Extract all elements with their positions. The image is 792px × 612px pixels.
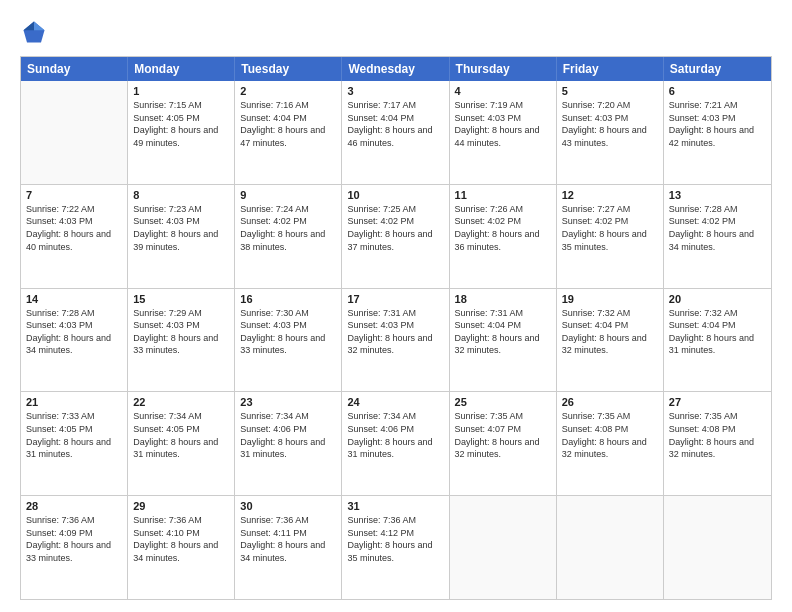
day-cell-8: 8Sunrise: 7:23 AMSunset: 4:03 PMDaylight… bbox=[128, 185, 235, 288]
header-day-friday: Friday bbox=[557, 57, 664, 81]
cell-info: Sunrise: 7:27 AMSunset: 4:02 PMDaylight:… bbox=[562, 203, 658, 253]
cell-info: Sunrise: 7:36 AMSunset: 4:11 PMDaylight:… bbox=[240, 514, 336, 564]
page: SundayMondayTuesdayWednesdayThursdayFrid… bbox=[0, 0, 792, 612]
day-number: 16 bbox=[240, 293, 336, 305]
day-cell-11: 11Sunrise: 7:26 AMSunset: 4:02 PMDayligh… bbox=[450, 185, 557, 288]
day-cell-13: 13Sunrise: 7:28 AMSunset: 4:02 PMDayligh… bbox=[664, 185, 771, 288]
day-cell-20: 20Sunrise: 7:32 AMSunset: 4:04 PMDayligh… bbox=[664, 289, 771, 392]
day-cell-4: 4Sunrise: 7:19 AMSunset: 4:03 PMDaylight… bbox=[450, 81, 557, 184]
day-number: 5 bbox=[562, 85, 658, 97]
cell-info: Sunrise: 7:32 AMSunset: 4:04 PMDaylight:… bbox=[562, 307, 658, 357]
day-number: 13 bbox=[669, 189, 766, 201]
day-number: 21 bbox=[26, 396, 122, 408]
day-cell-10: 10Sunrise: 7:25 AMSunset: 4:02 PMDayligh… bbox=[342, 185, 449, 288]
day-cell-16: 16Sunrise: 7:30 AMSunset: 4:03 PMDayligh… bbox=[235, 289, 342, 392]
cell-info: Sunrise: 7:36 AMSunset: 4:10 PMDaylight:… bbox=[133, 514, 229, 564]
cell-info: Sunrise: 7:24 AMSunset: 4:02 PMDaylight:… bbox=[240, 203, 336, 253]
day-cell-6: 6Sunrise: 7:21 AMSunset: 4:03 PMDaylight… bbox=[664, 81, 771, 184]
cell-info: Sunrise: 7:28 AMSunset: 4:03 PMDaylight:… bbox=[26, 307, 122, 357]
header-day-sunday: Sunday bbox=[21, 57, 128, 81]
header bbox=[20, 18, 772, 46]
day-cell-9: 9Sunrise: 7:24 AMSunset: 4:02 PMDaylight… bbox=[235, 185, 342, 288]
cell-info: Sunrise: 7:21 AMSunset: 4:03 PMDaylight:… bbox=[669, 99, 766, 149]
day-cell-23: 23Sunrise: 7:34 AMSunset: 4:06 PMDayligh… bbox=[235, 392, 342, 495]
header-day-thursday: Thursday bbox=[450, 57, 557, 81]
day-number: 1 bbox=[133, 85, 229, 97]
empty-cell bbox=[21, 81, 128, 184]
cell-info: Sunrise: 7:34 AMSunset: 4:06 PMDaylight:… bbox=[347, 410, 443, 460]
day-number: 3 bbox=[347, 85, 443, 97]
header-day-tuesday: Tuesday bbox=[235, 57, 342, 81]
day-number: 9 bbox=[240, 189, 336, 201]
day-number: 7 bbox=[26, 189, 122, 201]
cell-info: Sunrise: 7:34 AMSunset: 4:06 PMDaylight:… bbox=[240, 410, 336, 460]
header-day-monday: Monday bbox=[128, 57, 235, 81]
day-number: 25 bbox=[455, 396, 551, 408]
day-cell-15: 15Sunrise: 7:29 AMSunset: 4:03 PMDayligh… bbox=[128, 289, 235, 392]
calendar-row-4: 21Sunrise: 7:33 AMSunset: 4:05 PMDayligh… bbox=[21, 391, 771, 495]
day-number: 23 bbox=[240, 396, 336, 408]
header-day-saturday: Saturday bbox=[664, 57, 771, 81]
cell-info: Sunrise: 7:28 AMSunset: 4:02 PMDaylight:… bbox=[669, 203, 766, 253]
cell-info: Sunrise: 7:31 AMSunset: 4:04 PMDaylight:… bbox=[455, 307, 551, 357]
day-number: 20 bbox=[669, 293, 766, 305]
cell-info: Sunrise: 7:29 AMSunset: 4:03 PMDaylight:… bbox=[133, 307, 229, 357]
cell-info: Sunrise: 7:31 AMSunset: 4:03 PMDaylight:… bbox=[347, 307, 443, 357]
calendar-row-1: 1Sunrise: 7:15 AMSunset: 4:05 PMDaylight… bbox=[21, 81, 771, 184]
cell-info: Sunrise: 7:36 AMSunset: 4:09 PMDaylight:… bbox=[26, 514, 122, 564]
day-cell-2: 2Sunrise: 7:16 AMSunset: 4:04 PMDaylight… bbox=[235, 81, 342, 184]
svg-marker-2 bbox=[24, 22, 35, 31]
day-cell-7: 7Sunrise: 7:22 AMSunset: 4:03 PMDaylight… bbox=[21, 185, 128, 288]
day-number: 26 bbox=[562, 396, 658, 408]
day-number: 30 bbox=[240, 500, 336, 512]
day-cell-19: 19Sunrise: 7:32 AMSunset: 4:04 PMDayligh… bbox=[557, 289, 664, 392]
day-number: 12 bbox=[562, 189, 658, 201]
day-number: 6 bbox=[669, 85, 766, 97]
day-number: 15 bbox=[133, 293, 229, 305]
cell-info: Sunrise: 7:32 AMSunset: 4:04 PMDaylight:… bbox=[669, 307, 766, 357]
cell-info: Sunrise: 7:25 AMSunset: 4:02 PMDaylight:… bbox=[347, 203, 443, 253]
cell-info: Sunrise: 7:22 AMSunset: 4:03 PMDaylight:… bbox=[26, 203, 122, 253]
cell-info: Sunrise: 7:34 AMSunset: 4:05 PMDaylight:… bbox=[133, 410, 229, 460]
day-cell-24: 24Sunrise: 7:34 AMSunset: 4:06 PMDayligh… bbox=[342, 392, 449, 495]
day-cell-1: 1Sunrise: 7:15 AMSunset: 4:05 PMDaylight… bbox=[128, 81, 235, 184]
day-number: 28 bbox=[26, 500, 122, 512]
day-number: 22 bbox=[133, 396, 229, 408]
day-number: 4 bbox=[455, 85, 551, 97]
day-number: 31 bbox=[347, 500, 443, 512]
day-number: 11 bbox=[455, 189, 551, 201]
day-cell-14: 14Sunrise: 7:28 AMSunset: 4:03 PMDayligh… bbox=[21, 289, 128, 392]
day-cell-31: 31Sunrise: 7:36 AMSunset: 4:12 PMDayligh… bbox=[342, 496, 449, 599]
day-number: 2 bbox=[240, 85, 336, 97]
day-cell-5: 5Sunrise: 7:20 AMSunset: 4:03 PMDaylight… bbox=[557, 81, 664, 184]
calendar-row-2: 7Sunrise: 7:22 AMSunset: 4:03 PMDaylight… bbox=[21, 184, 771, 288]
logo bbox=[20, 18, 52, 46]
cell-info: Sunrise: 7:20 AMSunset: 4:03 PMDaylight:… bbox=[562, 99, 658, 149]
day-cell-17: 17Sunrise: 7:31 AMSunset: 4:03 PMDayligh… bbox=[342, 289, 449, 392]
calendar: SundayMondayTuesdayWednesdayThursdayFrid… bbox=[20, 56, 772, 600]
day-number: 27 bbox=[669, 396, 766, 408]
cell-info: Sunrise: 7:19 AMSunset: 4:03 PMDaylight:… bbox=[455, 99, 551, 149]
cell-info: Sunrise: 7:36 AMSunset: 4:12 PMDaylight:… bbox=[347, 514, 443, 564]
day-number: 19 bbox=[562, 293, 658, 305]
day-cell-26: 26Sunrise: 7:35 AMSunset: 4:08 PMDayligh… bbox=[557, 392, 664, 495]
day-cell-25: 25Sunrise: 7:35 AMSunset: 4:07 PMDayligh… bbox=[450, 392, 557, 495]
day-cell-22: 22Sunrise: 7:34 AMSunset: 4:05 PMDayligh… bbox=[128, 392, 235, 495]
cell-info: Sunrise: 7:15 AMSunset: 4:05 PMDaylight:… bbox=[133, 99, 229, 149]
calendar-header: SundayMondayTuesdayWednesdayThursdayFrid… bbox=[21, 57, 771, 81]
cell-info: Sunrise: 7:30 AMSunset: 4:03 PMDaylight:… bbox=[240, 307, 336, 357]
cell-info: Sunrise: 7:16 AMSunset: 4:04 PMDaylight:… bbox=[240, 99, 336, 149]
header-day-wednesday: Wednesday bbox=[342, 57, 449, 81]
day-number: 29 bbox=[133, 500, 229, 512]
day-cell-30: 30Sunrise: 7:36 AMSunset: 4:11 PMDayligh… bbox=[235, 496, 342, 599]
calendar-body: 1Sunrise: 7:15 AMSunset: 4:05 PMDaylight… bbox=[21, 81, 771, 599]
cell-info: Sunrise: 7:35 AMSunset: 4:07 PMDaylight:… bbox=[455, 410, 551, 460]
day-cell-21: 21Sunrise: 7:33 AMSunset: 4:05 PMDayligh… bbox=[21, 392, 128, 495]
day-number: 8 bbox=[133, 189, 229, 201]
empty-cell bbox=[450, 496, 557, 599]
day-cell-27: 27Sunrise: 7:35 AMSunset: 4:08 PMDayligh… bbox=[664, 392, 771, 495]
cell-info: Sunrise: 7:33 AMSunset: 4:05 PMDaylight:… bbox=[26, 410, 122, 460]
day-cell-29: 29Sunrise: 7:36 AMSunset: 4:10 PMDayligh… bbox=[128, 496, 235, 599]
day-cell-12: 12Sunrise: 7:27 AMSunset: 4:02 PMDayligh… bbox=[557, 185, 664, 288]
calendar-row-3: 14Sunrise: 7:28 AMSunset: 4:03 PMDayligh… bbox=[21, 288, 771, 392]
